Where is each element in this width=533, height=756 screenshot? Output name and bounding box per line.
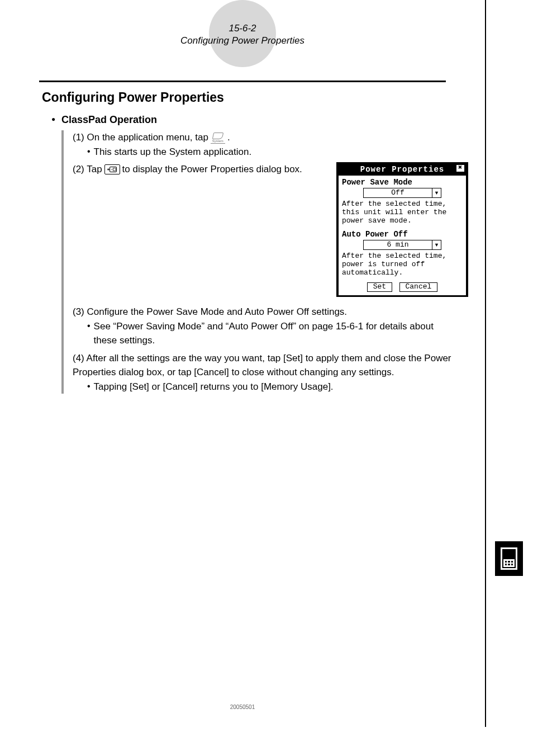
power-save-mode-label: Power Save Mode [342,178,463,187]
svg-rect-2 [113,168,116,171]
power-save-mode-dropdown[interactable]: Off ▾ [363,188,441,198]
svg-point-1 [111,169,112,170]
step-1-text-prefix: (1) On the application menu, tap [73,130,208,145]
step-1: (1) On the application menu, tap System … [73,130,468,159]
step-2: (2) Tap to display the Power Properties … [73,162,325,177]
calculator-icon [501,547,517,570]
page-header: 15-6-2 Configuring Power Properties [0,11,485,47]
chevron-down-icon: ▾ [432,240,441,249]
set-button[interactable]: Set [367,282,392,292]
subhead-classpad-operation: ClassPad Operation [61,114,468,126]
step-2-text-prefix: (2) Tap [73,162,102,177]
page-subtitle: Configuring Power Properties [0,35,485,47]
page-frame: 15-6-2 Configuring Power Properties Conf… [0,0,486,727]
step-2-text-suffix: to display the Power Properties dialog b… [122,162,302,177]
auto-power-off-value: 6 min [364,241,432,249]
power-properties-dialog: Power Properties ✖ Power Save Mode Off ▾… [336,162,468,297]
power-save-mode-note: After the selected time, this unit will … [342,200,463,225]
section-title: Configuring Power Properties [42,90,485,105]
side-tab-icon [495,541,523,576]
auto-power-off-label: Auto Power Off [342,230,463,239]
step-3-text: (3) Configure the Power Save Mode and Au… [73,305,347,319]
system-app-icon: System [211,131,225,144]
dialog-titlebar: Power Properties ✖ [339,164,466,175]
cancel-button[interactable]: Cancel [399,282,438,292]
close-icon[interactable]: ✖ [456,164,465,172]
footer-code: 20050501 [0,704,485,710]
divider [39,81,446,82]
step-1-text-suffix: . [227,130,230,145]
dialog-title: Power Properties [360,165,444,174]
page-code: 15-6-2 [0,22,485,35]
auto-power-off-note: After the selected time, power is turned… [342,252,463,277]
step-4-sub: Tapping [Set] or [Cancel] returns you to… [94,380,334,394]
step-3: (3) Configure the Power Save Mode and Au… [73,305,468,348]
power-save-mode-value: Off [364,189,432,197]
step-1-sub: This starts up the System application. [94,145,252,159]
dialog-button-row: Set Cancel [342,282,463,292]
procedure-block: (1) On the application menu, tap System … [61,130,468,394]
power-properties-toolbar-icon [104,164,120,174]
step-4: (4) After all the settings are the way y… [73,351,468,394]
auto-power-off-dropdown[interactable]: 6 min ▾ [363,240,441,250]
step-4-text: (4) After all the settings are the way y… [73,353,451,378]
chevron-down-icon: ▾ [432,188,441,197]
step-3-sub: See “Power Saving Mode” and “Auto Power … [94,319,445,348]
